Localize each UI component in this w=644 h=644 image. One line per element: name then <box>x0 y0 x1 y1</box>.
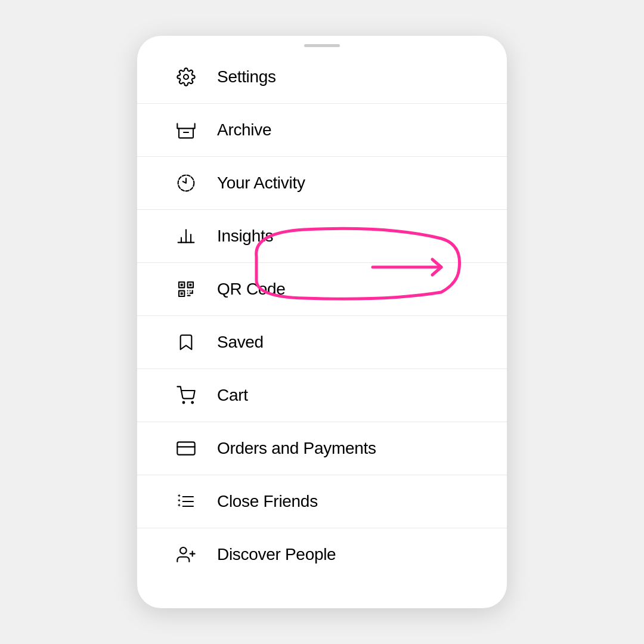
cart-label: Cart <box>217 386 248 405</box>
list-star-icon: ✦ ✦ ✦ <box>173 488 199 515</box>
close-friends-label: Close Friends <box>217 492 318 511</box>
cart-icon <box>173 382 199 408</box>
bookmark-icon <box>173 329 199 355</box>
insights-label: Insights <box>217 227 273 246</box>
svg-point-30 <box>180 547 187 554</box>
qr-icon <box>173 276 199 302</box>
your-activity-label: Your Activity <box>217 174 305 193</box>
discover-people-label: Discover People <box>217 545 336 564</box>
svg-rect-11 <box>189 284 191 286</box>
gear-icon <box>173 64 199 90</box>
saved-label: Saved <box>217 333 264 352</box>
menu-list: Settings Archive Your Activity <box>137 51 507 608</box>
archive-icon <box>173 117 199 143</box>
menu-item-qr-code[interactable]: QR Code <box>137 263 507 316</box>
menu-item-settings[interactable]: Settings <box>137 51 507 104</box>
orders-payments-label: Orders and Payments <box>217 439 376 458</box>
phone-container: Settings Archive Your Activity <box>137 36 507 608</box>
svg-rect-10 <box>181 284 183 286</box>
bar-chart-icon <box>173 223 199 249</box>
svg-rect-12 <box>181 292 183 295</box>
menu-item-close-friends[interactable]: ✦ ✦ ✦ Close Friends <box>137 475 507 528</box>
menu-item-orders-payments[interactable]: Orders and Payments <box>137 422 507 475</box>
svg-text:✦: ✦ <box>177 503 181 508</box>
card-icon <box>173 435 199 462</box>
menu-item-saved[interactable]: Saved <box>137 316 507 369</box>
svg-point-0 <box>184 75 188 79</box>
svg-point-21 <box>191 402 193 404</box>
svg-point-20 <box>183 402 185 404</box>
menu-item-cart[interactable]: Cart <box>137 369 507 422</box>
menu-item-insights[interactable]: Insights <box>137 210 507 263</box>
menu-item-your-activity[interactable]: Your Activity <box>137 157 507 210</box>
activity-icon <box>173 170 199 196</box>
drag-handle <box>304 44 340 47</box>
svg-rect-22 <box>177 442 194 454</box>
menu-item-archive[interactable]: Archive <box>137 104 507 157</box>
qr-code-label: QR Code <box>217 280 286 299</box>
menu-item-discover-people[interactable]: Discover People <box>137 528 507 581</box>
add-person-icon <box>173 541 199 568</box>
settings-label: Settings <box>217 67 276 86</box>
archive-label: Archive <box>217 120 271 140</box>
